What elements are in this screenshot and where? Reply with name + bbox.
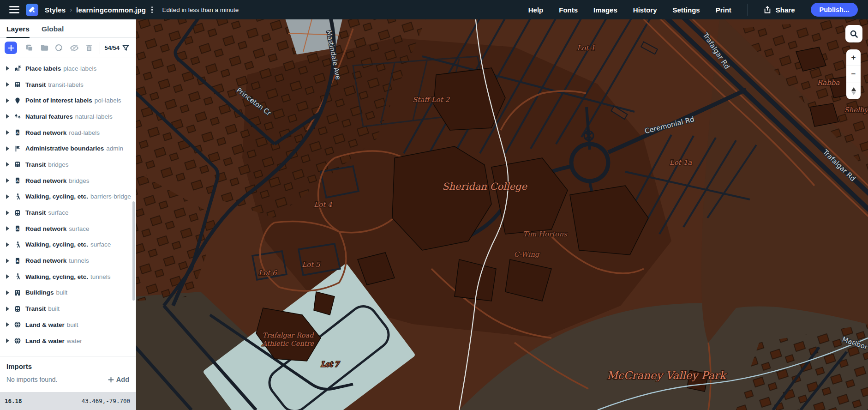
layer-row-walking-tunnels[interactable]: Walking, cycling, etc.tunnels <box>0 269 136 285</box>
layer-row-place-labels[interactable]: Place labelsplace-labels <box>0 60 136 77</box>
layer-row-walking-surface[interactable]: Walking, cycling, etc.surface <box>0 237 136 253</box>
layer-source: natural-labels <box>75 113 113 120</box>
menu-settings[interactable]: Settings <box>672 6 700 14</box>
menu-images[interactable]: Images <box>593 6 617 14</box>
tab-layers[interactable]: Layers <box>6 25 30 37</box>
label-lot6: Lot 6 <box>258 269 277 277</box>
layer-list-scrollbar[interactable] <box>132 201 135 301</box>
duplicate-layer-icon[interactable] <box>23 42 36 54</box>
plus-icon <box>108 377 114 383</box>
layer-row-land-water[interactable]: Land & waterwater <box>0 333 136 349</box>
select-on-map-icon[interactable] <box>53 42 66 54</box>
layer-source: water <box>67 338 82 344</box>
menu-history[interactable]: History <box>633 6 657 14</box>
menu-fonts[interactable]: Fonts <box>559 6 578 14</box>
add-layer-button[interactable] <box>5 42 17 54</box>
group-layers-icon[interactable] <box>38 42 51 54</box>
expand-arrow-icon[interactable] <box>6 162 9 167</box>
layer-name: Transit <box>25 81 46 88</box>
layer-row-poi-labels[interactable]: Point of interest labelspoi-labels <box>0 92 136 109</box>
expand-arrow-icon[interactable] <box>6 242 9 247</box>
layer-source: admin <box>106 145 123 152</box>
label-lot7: Lot 7 <box>321 360 340 368</box>
road-shield-icon <box>13 177 21 185</box>
expand-arrow-icon[interactable] <box>6 226 9 231</box>
layer-row-transit-bridges[interactable]: Transitbridges <box>0 157 136 173</box>
label-sheridan-college: Sheridan College <box>442 181 527 192</box>
expand-arrow-icon[interactable] <box>6 82 9 87</box>
expand-arrow-icon[interactable] <box>6 194 9 199</box>
tab-global[interactable]: Global <box>42 25 64 37</box>
layer-row-natural-labels[interactable]: Natural featuresnatural-labels <box>0 109 136 125</box>
layer-source: built <box>48 305 60 312</box>
layer-row-admin[interactable]: Administrative boundariesadmin <box>0 140 136 157</box>
label-athletic-centre-line1: Trafalgar Road <box>263 332 315 339</box>
expand-arrow-icon[interactable] <box>6 338 9 343</box>
expand-arrow-icon[interactable] <box>6 307 9 311</box>
breadcrumb-section[interactable]: Styles <box>45 6 66 14</box>
expand-arrow-icon[interactable] <box>6 130 9 135</box>
top-bar: Styles › learningcommon.jpg Edited in le… <box>0 0 868 19</box>
compass-button[interactable] <box>846 83 861 99</box>
expand-arrow-icon[interactable] <box>6 290 9 295</box>
expand-arrow-icon[interactable] <box>6 178 9 183</box>
delete-layer-icon[interactable] <box>83 42 96 54</box>
layer-row-walking-barriers-bridges[interactable]: Walking, cycling, etc.barriers-bridges <box>0 189 136 205</box>
share-button[interactable]: Share <box>763 6 795 14</box>
pedestrian-icon <box>13 193 21 200</box>
expand-arrow-icon[interactable] <box>6 274 9 279</box>
imports-title: Imports <box>6 362 129 370</box>
edited-status: Edited in less than a minute <box>162 6 239 13</box>
layer-filter-button[interactable]: 54/54 <box>104 44 131 51</box>
layer-list: Place labelsplace-labels Transittransit-… <box>0 58 136 356</box>
zoom-out-button[interactable]: − <box>846 66 861 82</box>
hide-layer-icon[interactable] <box>68 42 81 54</box>
expand-arrow-icon[interactable] <box>6 98 9 103</box>
expand-arrow-icon[interactable] <box>6 114 9 119</box>
layer-source: road-labels <box>69 129 100 136</box>
expand-arrow-icon[interactable] <box>6 322 9 327</box>
layer-row-road-surface[interactable]: Road networksurface <box>0 221 136 237</box>
label-lot5: Lot 5 <box>302 260 321 269</box>
layer-name: Road network <box>25 177 66 184</box>
publish-button[interactable]: Publish... <box>811 3 858 17</box>
layer-name: Transit <box>25 161 46 168</box>
expand-arrow-icon[interactable] <box>6 66 9 71</box>
map-zoom-controls: + − <box>846 49 861 99</box>
add-import-label: Add <box>116 376 129 383</box>
layer-row-buildings-built[interactable]: Buildingsbuilt <box>0 285 136 301</box>
map-canvas[interactable]: Martindale Ave Princeton Cr Lot 1 Staff … <box>136 19 868 410</box>
menu-print[interactable]: Print <box>716 6 731 14</box>
expand-arrow-icon[interactable] <box>6 259 9 263</box>
layer-row-transit-built[interactable]: Transitbuilt <box>0 301 136 317</box>
layer-name: Walking, cycling, etc. <box>25 273 88 280</box>
style-options-kebab-icon[interactable] <box>151 6 153 13</box>
menu-help[interactable]: Help <box>528 6 544 14</box>
layer-source: transit-labels <box>48 81 84 88</box>
label-lot4: Lot 4 <box>314 200 332 209</box>
expand-arrow-icon[interactable] <box>6 211 9 215</box>
road-shield-icon <box>13 257 21 265</box>
layer-row-transit-labels[interactable]: Transittransit-labels <box>0 77 136 93</box>
share-label: Share <box>776 6 795 14</box>
share-icon <box>763 6 772 14</box>
label-tim-hortons: Tim Hortons <box>523 230 568 238</box>
layer-row-road-bridges[interactable]: Road networkbridges <box>0 173 136 189</box>
layer-row-transit-surface[interactable]: Transitsurface <box>0 205 136 221</box>
layer-source: tunnels <box>90 273 111 280</box>
expand-arrow-icon[interactable] <box>6 146 9 151</box>
globe-icon <box>13 337 21 345</box>
imports-section: Imports No imports found. Add <box>0 356 136 392</box>
layer-name: Land & water <box>25 321 65 328</box>
layer-row-land-built[interactable]: Land & waterbuilt <box>0 317 136 333</box>
hamburger-menu-icon[interactable] <box>9 6 19 13</box>
pedestrian-icon <box>13 241 21 248</box>
place-icon <box>13 65 21 72</box>
coordinates-value: 43.469,-79.700 <box>82 398 130 404</box>
zoom-in-button[interactable]: + <box>846 49 861 66</box>
add-import-button[interactable]: Add <box>108 376 129 383</box>
map-search-button[interactable] <box>845 25 862 42</box>
layer-row-road-labels[interactable]: Road networkroad-labels <box>0 125 136 141</box>
style-logo-icon[interactable] <box>26 4 38 16</box>
layer-row-road-tunnels[interactable]: Road networktunnels <box>0 253 136 269</box>
